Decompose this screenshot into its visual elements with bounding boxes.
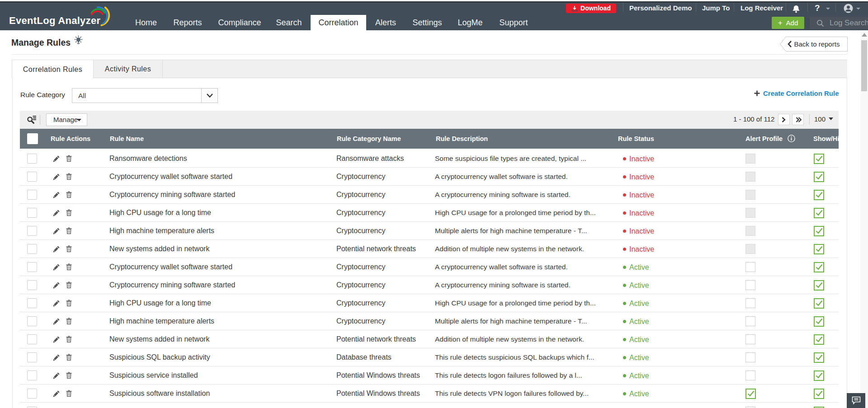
svg-text:Back to reports: Back to reports xyxy=(794,40,840,48)
